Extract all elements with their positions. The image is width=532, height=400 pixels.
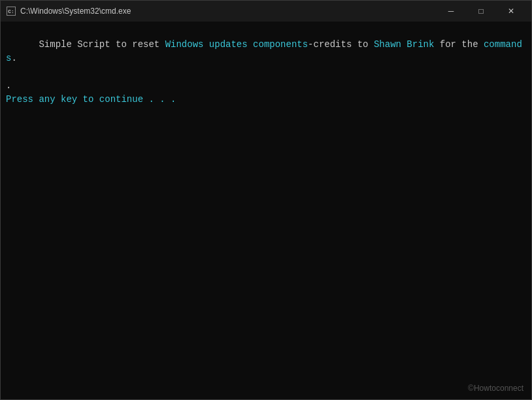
output-text-1d: Shawn Brink — [374, 39, 434, 50]
output-text-1a: Simple Script to reset — [39, 39, 165, 50]
cmd-window: C: C:\Windows\System32\cmd.exe ─ □ ✕ Sim… — [0, 0, 532, 400]
app-icon: C: — [6, 6, 16, 16]
output-line-1: Simple Script to reset Windows updates c… — [6, 24, 526, 79]
title-bar-left: C: C:\Windows\System32\cmd.exe — [6, 6, 131, 16]
output-line-2: Press any key to continue . . . — [6, 93, 526, 107]
output-text-1e: for the — [434, 39, 484, 50]
window-controls: ─ □ ✕ — [436, 1, 526, 22]
output-text-1b: Windows updates components — [165, 39, 308, 50]
output-line-dot: . — [6, 79, 526, 93]
minimize-button[interactable]: ─ — [436, 1, 466, 22]
watermark: ©Howtoconnect — [468, 384, 524, 393]
window-title: C:\Windows\System32\cmd.exe — [20, 7, 131, 16]
output-text-1c: -credits to — [308, 39, 374, 50]
maximize-button[interactable]: □ — [466, 1, 496, 22]
terminal-content: Simple Script to reset Windows updates c… — [1, 22, 531, 399]
output-text-1g: . — [11, 53, 16, 63]
close-button[interactable]: ✕ — [496, 1, 526, 22]
title-bar: C: C:\Windows\System32\cmd.exe ─ □ ✕ — [1, 1, 531, 22]
